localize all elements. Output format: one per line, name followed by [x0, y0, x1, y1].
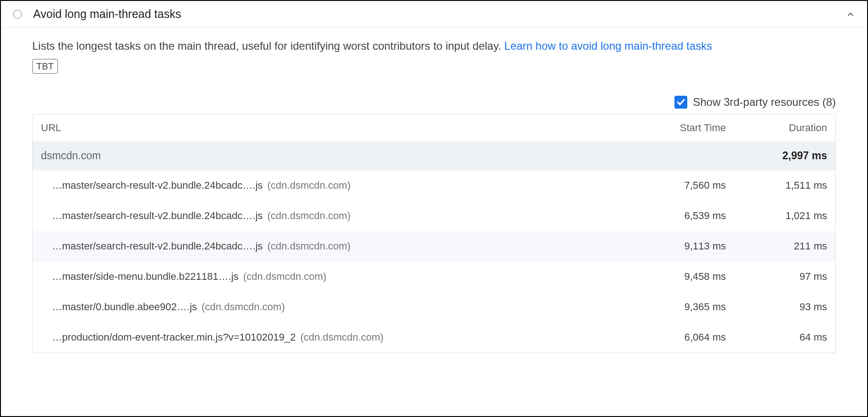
row-url-host: (cdn.dsmcdn.com) — [268, 210, 351, 222]
third-party-toggle-row: Show 3rd-party resources (8) — [32, 96, 836, 109]
table-row[interactable]: …master/search-result-v2.bundle.24bcadc…… — [33, 231, 835, 261]
column-header-duration: Duration — [726, 122, 827, 134]
chevron-up-icon[interactable] — [846, 10, 855, 19]
row-duration: 211 ms — [726, 240, 827, 252]
row-url-host: (cdn.dsmcdn.com) — [268, 240, 351, 252]
row-duration: 97 ms — [726, 271, 827, 283]
row-url-path: …master/search-result-v2.bundle.24bcadc…… — [52, 210, 263, 222]
table-row[interactable]: …production/dom-event-tracker.min.js?v=1… — [33, 322, 835, 353]
table-header: URL Start Time Duration — [33, 115, 835, 141]
audit-panel: Avoid long main-thread tasks Lists the l… — [0, 0, 868, 417]
row-start-time: 9,458 ms — [625, 271, 726, 283]
table-row[interactable]: …master/0.bundle.abee902….js (cdn.dsmcdn… — [33, 292, 835, 322]
column-header-url: URL — [41, 122, 625, 134]
row-start-time: 9,365 ms — [625, 301, 726, 313]
table-row[interactable]: …master/search-result-v2.bundle.24bcadc…… — [33, 170, 835, 201]
status-circle-icon — [13, 10, 22, 19]
table-group-row[interactable]: dsmcdn.com 2,997 ms — [33, 141, 835, 170]
row-url-path: …production/dom-event-tracker.min.js?v=1… — [52, 331, 296, 343]
audit-header[interactable]: Avoid long main-thread tasks — [1, 1, 867, 28]
row-duration: 64 ms — [726, 331, 827, 343]
audit-title: Avoid long main-thread tasks — [33, 7, 846, 21]
row-start-time: 6,064 ms — [625, 331, 726, 343]
row-url-host: (cdn.dsmcdn.com) — [300, 331, 383, 343]
row-start-time: 7,560 ms — [625, 180, 726, 191]
group-total-duration: 2,997 ms — [726, 150, 827, 162]
row-url-host: (cdn.dsmcdn.com) — [202, 301, 285, 313]
row-url-host: (cdn.dsmcdn.com) — [243, 271, 326, 283]
row-url-path: …master/search-result-v2.bundle.24bcadc…… — [52, 240, 263, 252]
row-url-path: …master/side-menu.bundle.b221181….js — [52, 271, 239, 283]
row-duration: 1,511 ms — [726, 180, 827, 191]
metric-badge-tbt: TBT — [32, 59, 58, 74]
group-host: dsmcdn.com — [41, 150, 625, 162]
table-row[interactable]: …master/side-menu.bundle.b221181….js (cd… — [33, 261, 835, 292]
audit-description: Lists the longest tasks on the main thre… — [32, 38, 836, 54]
row-start-time: 9,113 ms — [625, 240, 726, 252]
long-tasks-table: URL Start Time Duration dsmcdn.com 2,997… — [32, 114, 836, 353]
row-duration: 93 ms — [726, 301, 827, 313]
row-duration: 1,021 ms — [726, 210, 827, 222]
learn-more-link[interactable]: Learn how to avoid long main-thread task… — [504, 40, 712, 52]
table-row[interactable]: …master/search-result-v2.bundle.24bcadc…… — [33, 201, 835, 231]
third-party-toggle-label: Show 3rd-party resources (8) — [693, 96, 836, 109]
row-url-path: …master/search-result-v2.bundle.24bcadc…… — [52, 180, 263, 191]
row-start-time: 6,539 ms — [625, 210, 726, 222]
third-party-checkbox[interactable] — [674, 96, 687, 109]
column-header-start-time: Start Time — [625, 122, 726, 134]
row-url-host: (cdn.dsmcdn.com) — [268, 180, 351, 191]
audit-body: Lists the longest tasks on the main thre… — [1, 28, 867, 353]
row-url-path: …master/0.bundle.abee902….js — [52, 301, 197, 313]
audit-description-text: Lists the longest tasks on the main thre… — [32, 40, 504, 52]
